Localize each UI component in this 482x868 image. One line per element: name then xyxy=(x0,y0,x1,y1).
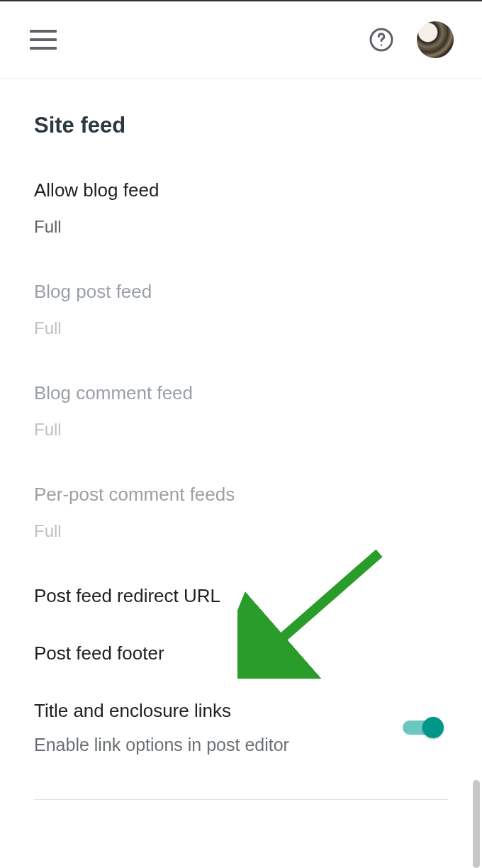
setting-value: Full xyxy=(34,318,448,338)
setting-post-feed-footer[interactable]: Post feed footer xyxy=(34,642,448,664)
hamburger-menu-icon[interactable] xyxy=(30,30,57,50)
avatar[interactable] xyxy=(417,21,454,58)
setting-value: Full xyxy=(34,217,448,237)
svg-point-1 xyxy=(381,44,382,45)
setting-label: Allow blog feed xyxy=(34,179,448,201)
scrollbar[interactable] xyxy=(473,780,480,868)
setting-post-feed-redirect-url[interactable]: Post feed redirect URL xyxy=(34,585,448,607)
setting-label: Post feed redirect URL xyxy=(34,585,448,607)
toggle-knob xyxy=(422,717,444,738)
divider xyxy=(34,799,448,800)
setting-allow-blog-feed[interactable]: Allow blog feed Full xyxy=(34,179,448,237)
setting-value: Full xyxy=(34,521,448,541)
content: Site feed Allow blog feed Full Blog post… xyxy=(0,79,482,800)
toggle-text: Title and enclosure links Enable link op… xyxy=(34,700,388,755)
setting-blog-post-feed: Blog post feed Full xyxy=(34,281,448,338)
setting-value: Full xyxy=(34,420,448,440)
setting-blog-comment-feed: Blog comment feed Full xyxy=(34,382,448,440)
setting-per-post-comment-feeds: Per-post comment feeds Full xyxy=(34,484,448,541)
setting-label: Post feed footer xyxy=(34,642,448,664)
toggle-title: Title and enclosure links xyxy=(34,700,388,722)
help-icon[interactable] xyxy=(369,27,394,52)
section-title: Site feed xyxy=(34,113,448,138)
setting-label: Per-post comment feeds xyxy=(34,484,448,506)
setting-label: Blog post feed xyxy=(34,281,448,303)
header-right xyxy=(369,21,454,58)
toggle-switch[interactable] xyxy=(403,720,439,735)
setting-title-enclosure-links: Title and enclosure links Enable link op… xyxy=(34,700,448,755)
setting-label: Blog comment feed xyxy=(34,382,448,404)
toggle-subtitle: Enable link options in post editor xyxy=(34,735,388,755)
header xyxy=(0,1,482,79)
